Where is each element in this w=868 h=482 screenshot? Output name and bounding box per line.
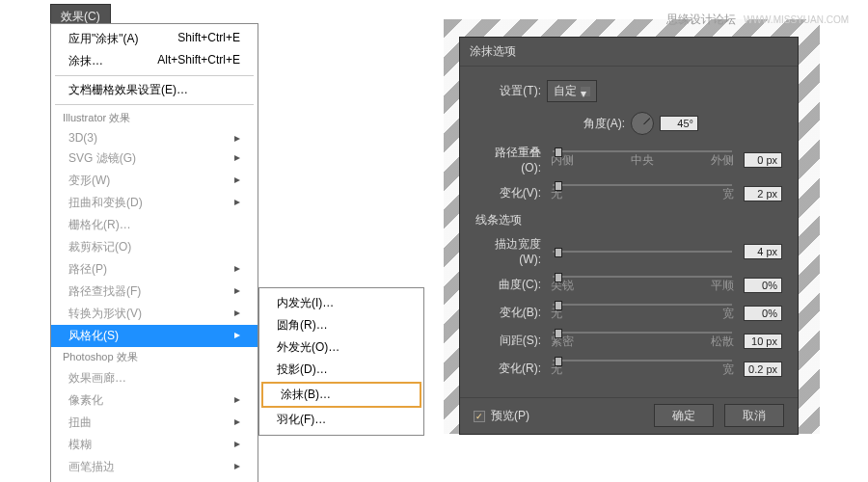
menu-sketch[interactable]: 素描▸ bbox=[51, 478, 258, 482]
submenu-feather[interactable]: 羽化(F)… bbox=[259, 409, 423, 431]
angle-label: 角度(A): bbox=[559, 116, 625, 132]
chevron-right-icon: ▸ bbox=[234, 173, 240, 189]
variation3-label: 变化(R): bbox=[475, 361, 541, 377]
menu-smudge[interactable]: 涂抹…Alt+Shift+Ctrl+E bbox=[51, 50, 258, 72]
menu-gallery[interactable]: 效果画廊… bbox=[51, 367, 258, 389]
preview-checkbox[interactable]: ✓预览(P) bbox=[474, 408, 529, 424]
settings-select[interactable]: 自定▾ bbox=[547, 80, 597, 102]
spacing-label: 间距(S): bbox=[475, 333, 541, 349]
chevron-right-icon: ▸ bbox=[234, 459, 240, 475]
menu-rasterize[interactable]: 栅格化(R)… bbox=[51, 214, 258, 236]
overlap-label: 路径重叠(O): bbox=[475, 145, 541, 174]
curve-value[interactable]: 0% bbox=[744, 278, 782, 293]
chevron-right-icon: ▸ bbox=[234, 195, 240, 211]
check-icon: ✓ bbox=[474, 411, 485, 422]
stroke-label: 描边宽度(W): bbox=[475, 236, 541, 266]
spacing-value[interactable]: 10 px bbox=[744, 334, 782, 349]
submenu-innerglow[interactable]: 内发光(I)… bbox=[259, 292, 423, 314]
cancel-button[interactable]: 取消 bbox=[724, 404, 784, 427]
chevron-right-icon: ▸ bbox=[234, 131, 240, 145]
curve-label: 曲度(C): bbox=[475, 277, 541, 293]
chevron-right-icon: ▸ bbox=[234, 283, 240, 300]
menu-pathfinder[interactable]: 路径查找器(F)▸ bbox=[51, 281, 258, 303]
variation2-value[interactable]: 0% bbox=[744, 306, 782, 321]
line-options-label: 线条选项 bbox=[475, 212, 782, 228]
variation1-slider[interactable] bbox=[553, 184, 732, 186]
scribble-options-dialog: 涂抹选项 设置(T): 自定▾ 角度(A): 45° 路径重叠(O): 内侧中央… bbox=[459, 37, 799, 435]
menu-pixelate[interactable]: 像素化▸ bbox=[51, 389, 258, 412]
submenu-shadow[interactable]: 投影(D)… bbox=[259, 359, 423, 381]
menu-cropmarks[interactable]: 裁剪标记(O) bbox=[51, 236, 258, 258]
menu-distort[interactable]: 扭曲和变换(D)▸ bbox=[51, 192, 258, 214]
menu-convert[interactable]: 转换为形状(V)▸ bbox=[51, 303, 258, 325]
watermark-text: 思缘设计论坛 bbox=[666, 13, 736, 26]
variation2-label: 变化(B): bbox=[475, 305, 541, 321]
chevron-right-icon: ▸ bbox=[234, 150, 240, 167]
chevron-right-icon: ▸ bbox=[234, 306, 240, 322]
chevron-down-icon: ▾ bbox=[581, 87, 590, 96]
menu-docgrid[interactable]: 文档栅格效果设置(E)… bbox=[51, 79, 258, 101]
menu-blur[interactable]: 模糊▸ bbox=[51, 434, 258, 456]
effects-dropdown: 应用"涂抹"(A)Shift+Ctrl+E 涂抹…Alt+Shift+Ctrl+… bbox=[50, 23, 258, 482]
chevron-right-icon: ▸ bbox=[234, 437, 240, 453]
variation1-label: 变化(V): bbox=[475, 185, 541, 201]
overlap-slider[interactable] bbox=[553, 150, 732, 152]
menu-warp[interactable]: 变形(W)▸ bbox=[51, 170, 258, 192]
submenu-round[interactable]: 圆角(R)… bbox=[259, 314, 423, 336]
stroke-value[interactable]: 4 px bbox=[744, 244, 782, 259]
watermark-url: WWW.MISSYUAN.COM bbox=[744, 14, 849, 25]
separator bbox=[55, 75, 254, 76]
chevron-right-icon: ▸ bbox=[234, 261, 240, 278]
menu-apply[interactable]: 应用"涂抹"(A)Shift+Ctrl+E bbox=[51, 28, 258, 50]
angle-dial[interactable] bbox=[631, 112, 654, 135]
variation2-slider[interactable] bbox=[553, 304, 732, 306]
chevron-right-icon: ▸ bbox=[234, 392, 240, 409]
settings-label: 设置(T): bbox=[475, 83, 541, 99]
menu-svg[interactable]: SVG 滤镜(G)▸ bbox=[51, 147, 258, 170]
variation1-value[interactable]: 2 px bbox=[744, 186, 782, 201]
curve-slider[interactable] bbox=[553, 276, 732, 278]
chevron-right-icon: ▸ bbox=[234, 328, 240, 344]
variation3-value[interactable]: 0.2 px bbox=[744, 362, 782, 377]
spacing-slider[interactable] bbox=[553, 332, 732, 334]
menu-path[interactable]: 路径(P)▸ bbox=[51, 258, 258, 281]
menu-stylize[interactable]: 风格化(S)▸ bbox=[51, 325, 258, 347]
variation3-slider[interactable] bbox=[553, 360, 732, 362]
submenu-scribble[interactable]: 涂抹(B)… bbox=[263, 384, 420, 406]
menu-twist[interactable]: 扭曲▸ bbox=[51, 412, 258, 434]
separator bbox=[55, 104, 254, 105]
section-photoshop: Photoshop 效果 bbox=[51, 347, 258, 367]
ok-button[interactable]: 确定 bbox=[654, 404, 714, 427]
stroke-slider[interactable] bbox=[553, 251, 732, 253]
menu-brush[interactable]: 画笔描边▸ bbox=[51, 456, 258, 478]
angle-value[interactable]: 45° bbox=[660, 116, 698, 131]
submenu-outerglow[interactable]: 外发光(O)… bbox=[259, 336, 423, 359]
overlap-value[interactable]: 0 px bbox=[744, 152, 782, 168]
highlight-box: 涂抹(B)… bbox=[261, 382, 421, 408]
dialog-title: 涂抹选项 bbox=[460, 38, 798, 67]
chevron-right-icon: ▸ bbox=[234, 415, 240, 431]
stylize-submenu: 内发光(I)… 圆角(R)… 外发光(O)… 投影(D)… 涂抹(B)… 羽化(… bbox=[258, 287, 424, 436]
section-illustrator: Illustrator 效果 bbox=[51, 108, 258, 128]
menu-3d[interactable]: 3D(3)▸ bbox=[51, 128, 258, 147]
